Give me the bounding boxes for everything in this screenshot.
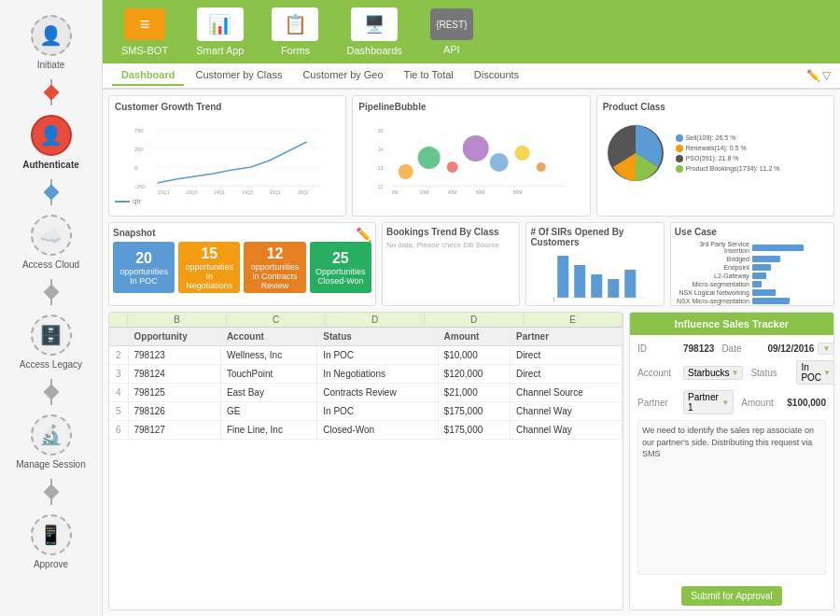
nav-dashboards[interactable]: 🖥️ Dashboards	[346, 7, 401, 56]
access-cloud-label: Access Cloud	[22, 259, 79, 270]
filter-icon[interactable]: ▽	[822, 69, 831, 82]
cell-account: Fine Line, Inc	[220, 421, 316, 440]
tracker-body: ID 798123 Date 09/12/2016 ▼ Account Star…	[630, 335, 833, 582]
cell-opportunity: 798126	[128, 402, 220, 421]
cell-amount: $175,000	[438, 421, 510, 440]
bar-row-0: 3rd Party Service Insertion	[675, 241, 830, 254]
edit-icon[interactable]: ✏️	[806, 69, 820, 82]
bar-label-0: 3rd Party Service Insertion	[675, 241, 749, 254]
table-body: 2 798123 Wellness, Inc In POC $10,000 Di…	[109, 346, 623, 440]
tab-tie-to-total[interactable]: Tie to Total	[395, 65, 463, 86]
sidebar-item-approve[interactable]: 📱 Approve	[9, 509, 93, 575]
th-partner: Partner	[511, 328, 623, 346]
legend-renewals-label: Renewals(14): 0.5 %	[686, 145, 747, 151]
nav-forms[interactable]: 📋 Forms	[272, 7, 318, 56]
svg-point-25	[537, 162, 546, 172]
data-table-section: B C D D E Opportunity Account Status Amo…	[108, 312, 623, 610]
cell-num: 5	[109, 402, 128, 421]
tab-customer-by-geo[interactable]: Customer by Geo	[293, 65, 392, 86]
sidebar-item-access-legacy[interactable]: 🗄️ Access Legacy	[9, 309, 93, 375]
table-row[interactable]: 6 798127 Fine Line, Inc Closed-Won $175,…	[109, 421, 623, 440]
tracker-date-dropdown[interactable]: ▼	[818, 343, 834, 355]
bar-row-3: L2-Gateway	[675, 273, 830, 279]
sidebar-item-initiate[interactable]: 👤 Initiate	[9, 9, 93, 76]
col-letter-d2: D	[425, 313, 524, 327]
nav-smartapp[interactable]: 📊 Smart App	[196, 7, 244, 56]
cell-account: Wellness, Inc	[220, 346, 316, 365]
sidebar-item-manage-session[interactable]: 🔬 Manage Session	[9, 409, 93, 475]
tracker-partner-label: Partner	[637, 398, 679, 408]
svg-rect-32	[558, 256, 569, 298]
cell-num: 2	[109, 346, 128, 365]
bar-label-2: Endpoint	[675, 264, 749, 271]
sidebar-item-authenticate[interactable]: 👤 Authenticate	[9, 109, 93, 175]
snapshot-box: Snapshot ✏️ 20 opportunitiesIn POC 15 op…	[108, 222, 376, 306]
bar-row-6: NSX Micro-segmentation	[675, 298, 830, 304]
top-nav: ≡ SMS-BOT 📊 Smart App 📋 Forms 🖥️ Dashboa…	[103, 0, 840, 63]
bar-0	[752, 245, 804, 251]
snapshot-edit-icon[interactable]: ✏️	[356, 227, 371, 242]
nav-api[interactable]: {REST} API	[430, 8, 473, 55]
cell-num: 3	[109, 365, 128, 384]
cell-opportunity: 798127	[128, 421, 220, 440]
legend-sell: Sell(109): 26.5 %	[676, 134, 780, 142]
sidebar-item-access-cloud[interactable]: ☁️ Access Cloud	[9, 209, 93, 275]
pie-legend: Sell(109): 26.5 % Renewals(14): 0.5 % PS…	[676, 134, 780, 173]
bar-label-5: NSX Logical Networking	[675, 289, 749, 296]
nav-smsbot[interactable]: ≡ SMS-BOT	[121, 7, 168, 56]
tracker-account-dropdown[interactable]: Starbucks ▼	[683, 366, 743, 380]
table-row[interactable]: 5 798126 GE In POC $175,000 Channel Way	[109, 402, 623, 421]
table-row[interactable]: 2 798123 Wellness, Inc In POC $10,000 Di…	[109, 346, 623, 365]
cell-account: GE	[220, 402, 316, 421]
cell-num: 4	[109, 384, 128, 402]
customer-growth-svg: -250 0 250 750 1SQ1 1SQ3 14Q1 14Q3 15Q1 …	[115, 116, 340, 195]
submit-for-approval-button[interactable]: Submit for Approval	[681, 586, 781, 606]
customer-growth-chart: Customer Growth Trend -250 0 250 750 1SQ…	[108, 95, 346, 217]
session-icon: 🔬	[31, 414, 72, 455]
tracker-account-row: Account Starbucks ▼ Status In POC ▼	[637, 360, 826, 385]
sirs-title: # Of SIRs Opened By Customers	[530, 227, 659, 247]
use-case-chart: Use Case 3rd Party Service Insertion Bri…	[670, 222, 834, 306]
cell-status: Closed-Won	[317, 421, 438, 440]
svg-text:250: 250	[134, 147, 145, 152]
pie-chart-container: Sell(109): 26.5 % Renewals(14): 0.5 % PS…	[603, 116, 828, 190]
col-letter-b: B	[128, 313, 227, 327]
dashboards-icon: 🖥️	[351, 7, 398, 41]
tab-discounts[interactable]: Discounts	[465, 65, 528, 86]
tracker-partner-dropdown[interactable]: Partner 1 ▼	[683, 390, 734, 414]
th-amount: Amount	[438, 328, 510, 346]
svg-point-20	[418, 147, 441, 169]
cell-amount: $21,000	[438, 384, 510, 402]
forms-icon: 📋	[272, 7, 318, 41]
bar-4	[752, 281, 762, 287]
tracker-partner-row: Partner Partner 1 ▼ Amount $100,000	[637, 390, 826, 414]
opp-neg-label: opportunitiesIn Negotiations	[182, 262, 236, 290]
cell-partner: Channel Source	[511, 384, 623, 402]
tracker-status-dropdown[interactable]: In POC ▼	[796, 360, 834, 385]
svg-text:40M: 40M	[448, 189, 457, 195]
sirs-chart: # Of SIRs Opened By Customers 1	[525, 222, 664, 306]
svg-text:1SQ1: 1SQ1	[158, 189, 170, 195]
tab-dashboard[interactable]: Dashboard	[112, 65, 184, 86]
bottom-area: B C D D E Opportunity Account Status Amo…	[108, 312, 834, 610]
table-row[interactable]: 4 798125 East Bay Contracts Review $21,0…	[109, 384, 623, 402]
sirs-svg: 1	[530, 251, 659, 302]
svg-text:12: 12	[378, 184, 384, 189]
tracker-date-label: Date	[721, 343, 763, 354]
opp-poc-label: opportunitiesIn POC	[119, 267, 168, 286]
smartapp-label: Smart App	[196, 45, 244, 56]
approve-icon: 📱	[31, 514, 72, 555]
svg-text:16: 16	[378, 128, 384, 133]
legend-renewals: Renewals(14): 0.5 %	[676, 145, 780, 152]
table-row[interactable]: 3 798124 TouchPoint In Negotiations $120…	[109, 365, 623, 384]
svg-text:1SQ3: 1SQ3	[186, 189, 198, 195]
bar-5	[752, 289, 776, 296]
svg-text:15Q1: 15Q1	[270, 189, 281, 195]
product-class-chart: Product Class Sell(109): 26.5 %	[596, 95, 834, 217]
tab-customer-by-class[interactable]: Customer by Class	[186, 65, 291, 86]
initiate-label: Initiate	[37, 60, 64, 70]
bar-6	[752, 298, 790, 304]
pipeline-bubble-chart: PipelineBubble 12 13 14 16 0M 20M	[352, 95, 590, 217]
sidebar: 👤 Initiate 👤 Authenticate ☁️ Access Clou…	[0, 0, 103, 616]
cell-account: East Bay	[220, 384, 316, 402]
